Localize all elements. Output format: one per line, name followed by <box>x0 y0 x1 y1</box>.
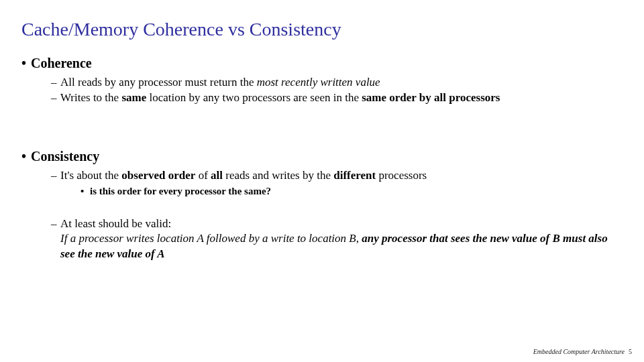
consistency-list: –It's about the observed order of all re… <box>51 168 623 183</box>
text-bold: is this order for every processor the sa… <box>90 186 271 196</box>
text: At least should be valid: <box>60 217 171 230</box>
footer-course: Embedded Computer Architecture <box>533 348 625 355</box>
coherence-item-1: –All reads by any processor must return … <box>51 75 623 90</box>
text-italic: If a processor writes location A followe… <box>60 232 362 245</box>
consistency-sublist: •is this order for every processor the s… <box>80 185 623 198</box>
section-consistency: •Consistency <box>21 148 623 164</box>
consistency-subitem-1: •is this order for every processor the s… <box>80 185 623 198</box>
bullet-icon: • <box>80 185 90 198</box>
text: of <box>195 169 211 182</box>
dash-icon: – <box>51 75 60 90</box>
text-bold: all <box>211 169 223 182</box>
text-bold: different <box>333 169 376 182</box>
text: location by any two processors are seen … <box>146 91 362 104</box>
section-coherence: •Coherence <box>21 55 623 71</box>
text-bold: observed order <box>121 169 195 182</box>
slide-title: Cache/Memory Coherence vs Consistency <box>21 19 623 40</box>
section-consistency-heading: Consistency <box>31 149 99 164</box>
coherence-list: –All reads by any processor must return … <box>51 75 623 105</box>
coherence-item-2: –Writes to the same location by any two … <box>51 90 623 105</box>
text-bold: same order by all processors <box>362 91 500 104</box>
dash-icon: – <box>51 90 60 105</box>
dash-icon: – <box>51 168 60 183</box>
text-bold: same <box>121 91 146 104</box>
slide: Cache/Memory Coherence vs Consistency •C… <box>0 0 644 362</box>
section-coherence-heading: Coherence <box>31 56 92 70</box>
spacer <box>21 105 623 148</box>
text: All reads by any processor must return t… <box>60 76 257 88</box>
bullet-icon: • <box>21 55 31 71</box>
text-italic: most recently written value <box>257 76 380 88</box>
footer-page: 5 <box>629 348 632 355</box>
bullet-icon: • <box>21 148 31 164</box>
spacer <box>21 198 623 217</box>
consistency-list-2: –At least should be valid: <box>51 217 623 231</box>
consistency-item-1: –It's about the observed order of all re… <box>51 168 623 183</box>
text: Writes to the <box>60 91 121 104</box>
text: processors <box>376 169 427 182</box>
consistency-item-2: –At least should be valid: <box>51 217 623 231</box>
footer: Embedded Computer Architecture5 <box>533 348 632 355</box>
dash-icon: – <box>51 217 60 231</box>
text: reads and writes by the <box>223 169 333 182</box>
consistency-item-2-cont: If a processor writes location A followe… <box>60 231 623 261</box>
text: It's about the <box>60 169 121 182</box>
